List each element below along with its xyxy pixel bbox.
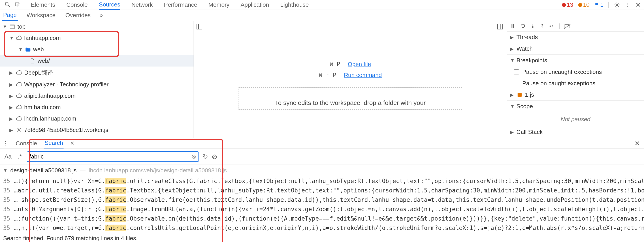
disclosure-icon: ▶ xyxy=(10,93,14,99)
section-scope[interactable]: ▼Scope xyxy=(507,101,644,112)
tab-network[interactable]: Network xyxy=(131,0,152,9)
tree-domain-alipic[interactable]: ▶ alipic.lanhuapp.com xyxy=(0,90,194,102)
subtab-menu-icon[interactable]: ⋯ xyxy=(636,13,642,18)
step-over-icon[interactable] xyxy=(520,23,526,29)
tree-domain-lanhuapp[interactable]: ▼ lanhuapp.com xyxy=(0,32,194,44)
svg-rect-7 xyxy=(197,24,202,29)
section-watch[interactable]: ▶Watch xyxy=(507,43,644,55)
error-count-badge[interactable]: 13 xyxy=(562,1,573,8)
drawer-tab-console[interactable]: Console xyxy=(15,139,37,148)
cloud-icon xyxy=(16,104,22,111)
search-input-wrap[interactable]: ⊗ xyxy=(27,151,199,162)
info-count-badge[interactable]: 1 xyxy=(594,1,604,8)
pause-uncaught-checkbox[interactable]: Pause on uncaught exceptions xyxy=(507,66,644,78)
cloud-icon xyxy=(16,35,22,41)
close-tab-icon[interactable]: ✕ xyxy=(70,140,74,146)
scope-status: Not paused xyxy=(507,112,644,126)
drawer-menu-icon[interactable]: ⋯ xyxy=(3,141,9,146)
inspect-icon[interactable] xyxy=(5,2,11,8)
close-icon[interactable]: ✕ xyxy=(635,1,641,9)
cloud-icon xyxy=(16,70,22,76)
error-icon xyxy=(562,3,566,7)
cloud-icon xyxy=(16,82,22,88)
disclosure-icon: ▶ xyxy=(10,82,14,87)
section-callstack[interactable]: ▶Call Stack xyxy=(507,126,644,138)
tree-ext-deepl[interactable]: ▶ DeepL翻译 xyxy=(0,67,194,79)
tree-domain-hmbaidu[interactable]: ▶ hm.baidu.com xyxy=(0,102,194,113)
folder-icon xyxy=(24,46,31,53)
disclosure-icon: ▶ xyxy=(10,116,14,121)
search-results: 35…t){return null}}var Xn=G.fabric.util.… xyxy=(0,176,644,233)
disclosure-icon: ▶ xyxy=(10,105,14,110)
tree-folder-web[interactable]: ▼ web xyxy=(0,44,194,55)
tab-sources[interactable]: Sources xyxy=(99,0,120,10)
breakpoint-file[interactable]: ▶ 1.js xyxy=(507,89,644,101)
sources-subtabs: Page Workspace Overrides » ⋯ xyxy=(0,10,644,21)
result-line[interactable]: 35…abric.util.createClass(G.fabric.Textb… xyxy=(0,186,644,195)
more-subtabs-icon[interactable]: » xyxy=(100,12,103,19)
divider xyxy=(608,2,609,8)
deactivate-breakpoints-icon[interactable] xyxy=(564,24,571,29)
close-drawer-icon[interactable]: ✕ xyxy=(634,139,640,147)
svg-rect-18 xyxy=(518,93,522,97)
svg-point-13 xyxy=(522,27,524,28)
divider xyxy=(560,23,560,29)
file-tree-pane: ▼ top ▼ lanhuapp.com ▼ web web/ ▶ D xyxy=(0,21,194,138)
result-line[interactable]: 35…,n,i){var o=e.target,r=G.fabric.contr… xyxy=(0,223,644,233)
gear-icon xyxy=(16,127,22,133)
tab-lighthouse[interactable]: Lighthouse xyxy=(280,0,309,9)
tab-performance[interactable]: Performance xyxy=(164,0,197,9)
tab-console[interactable]: Console xyxy=(66,0,88,9)
svg-point-3 xyxy=(616,4,618,5)
settings-icon[interactable] xyxy=(614,2,620,8)
subtab-workspace[interactable]: Workspace xyxy=(26,10,56,20)
refresh-icon[interactable]: ↻ xyxy=(202,153,208,160)
drawer-tab-search[interactable]: Search xyxy=(44,138,63,148)
result-line[interactable]: 35…t){return null}}var Xn=G.fabric.util.… xyxy=(0,176,644,186)
disclosure-icon: ▶ xyxy=(10,70,14,75)
svg-rect-9 xyxy=(498,24,502,29)
cloud-icon xyxy=(16,116,22,122)
pause-caught-checkbox[interactable]: Pause on caught exceptions xyxy=(507,78,644,89)
toggle-navigator-icon[interactable] xyxy=(196,23,203,30)
section-threads[interactable]: ▶Threads xyxy=(507,31,644,43)
search-input[interactable] xyxy=(29,153,191,160)
result-line[interactable]: 35…nts[0]?arguments[0]:ri;G.fabric.Image… xyxy=(0,205,644,214)
device-toggle-icon[interactable] xyxy=(15,2,21,8)
more-icon[interactable]: ⋯ xyxy=(624,2,631,7)
tab-memory[interactable]: Memory xyxy=(208,0,229,9)
tab-application[interactable]: Application xyxy=(240,0,269,9)
window-icon xyxy=(9,24,15,30)
svg-point-15 xyxy=(542,24,543,25)
tree-ext-wappalyzer[interactable]: ▶ Wappalyzer - Technology profiler xyxy=(0,79,194,90)
disclosure-icon: ▶ xyxy=(10,127,14,133)
open-file-link[interactable]: Open file xyxy=(348,61,371,68)
disclosure-icon: ▼ xyxy=(3,24,7,29)
pause-icon[interactable] xyxy=(510,23,516,29)
tree-top[interactable]: ▼ top xyxy=(0,21,194,32)
result-line[interactable]: 35…_shape.setBorderSize(),G.fabric.Obser… xyxy=(0,195,644,205)
step-into-icon[interactable] xyxy=(530,23,535,29)
result-file-header[interactable]: ▼ design-detail.a5009318.js — lhcdn.lanh… xyxy=(0,165,644,176)
drop-folder-area[interactable]: To sync edits to the workspace, drop a f… xyxy=(238,87,462,110)
match-case-button[interactable]: Aa xyxy=(3,153,13,160)
subtab-page[interactable]: Page xyxy=(2,10,18,21)
file-icon xyxy=(29,58,35,64)
warning-count-badge[interactable]: 10 xyxy=(578,1,590,8)
clear-icon[interactable]: ⊗ xyxy=(191,153,196,160)
result-line[interactable]: 35…:function(){var t=this;G.fabric.Obser… xyxy=(0,214,644,223)
debugger-pane: ▶Threads ▶Watch ▼Breakpoints Pause on un… xyxy=(507,21,644,138)
tab-elements[interactable]: Elements xyxy=(31,0,55,9)
regex-button[interactable]: .* xyxy=(16,153,23,160)
step-out-icon[interactable] xyxy=(540,23,545,29)
run-command-link[interactable]: Run command xyxy=(344,72,382,79)
cancel-icon[interactable]: ⊘ xyxy=(212,153,217,160)
step-icon[interactable] xyxy=(549,24,555,29)
tree-file-web[interactable]: web/ xyxy=(0,55,194,67)
subtab-overrides[interactable]: Overrides xyxy=(64,10,92,20)
toggle-debugger-icon[interactable] xyxy=(496,23,503,30)
svg-rect-0 xyxy=(6,3,8,5)
tree-domain-lhcdn[interactable]: ▶ lhcdn.lanhuapp.com xyxy=(0,113,194,124)
tree-worker[interactable]: ▶ 7df8d98f45ab04b8ce1f.worker.js xyxy=(0,124,194,136)
section-breakpoints[interactable]: ▼Breakpoints xyxy=(507,55,644,66)
